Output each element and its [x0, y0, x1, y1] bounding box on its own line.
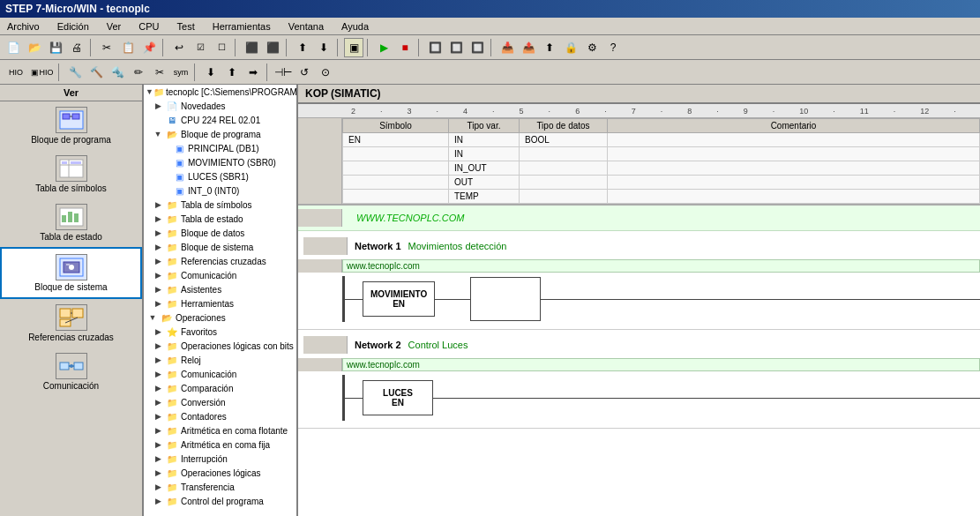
- nav-tabla-simbolos[interactable]: Tabla de símbolos: [0, 150, 142, 198]
- contact2[interactable]: ↺: [295, 63, 314, 82]
- tree-herramientas[interactable]: ▶ 📁 Herramientas: [144, 296, 296, 310]
- check-button[interactable]: ☐: [212, 38, 231, 57]
- tree-movimiento[interactable]: ▣ MOVIMIENTO (SBR0): [144, 155, 296, 169]
- tool3[interactable]: 🔩: [108, 63, 127, 82]
- menu-herramientas[interactable]: Herramientas: [209, 20, 274, 33]
- nav-referencias[interactable]: Referencias cruzadas: [0, 299, 142, 348]
- svg-rect-11: [68, 212, 72, 222]
- menu-ventana[interactable]: Ventana: [285, 20, 327, 33]
- comm-button[interactable]: 🔲: [425, 38, 445, 57]
- tool2[interactable]: 🔨: [86, 63, 106, 82]
- tree-bloque-programa[interactable]: ▼ 📂 Bloque de programa: [144, 127, 296, 141]
- nav-label-programa: Bloque de programa: [31, 135, 111, 145]
- contact3[interactable]: ⊙: [316, 63, 335, 82]
- redo-button[interactable]: ☑: [191, 38, 210, 57]
- kop-title: KOP (SIMATIC): [298, 85, 980, 104]
- tool6[interactable]: sym: [171, 63, 191, 82]
- nav3[interactable]: ➡: [243, 63, 263, 82]
- tree-arit-fija[interactable]: ▶ 📁 Aritmética en coma fija: [144, 437, 296, 452]
- tree-principal[interactable]: ▣ PRINCIPAL (DB1): [144, 141, 296, 155]
- menu-archivo[interactable]: Archivo: [4, 20, 43, 33]
- align-right[interactable]: ⬛: [263, 38, 282, 57]
- nav-bloque-sistema[interactable]: Bloque de sistema: [0, 247, 142, 299]
- menu-ver[interactable]: Ver: [103, 20, 125, 33]
- tree-transferencia[interactable]: ▶ 📁 Transferencia: [144, 480, 296, 494]
- menu-ayuda[interactable]: Ayuda: [338, 20, 372, 33]
- lock-button[interactable]: 🔒: [561, 38, 580, 57]
- tree-tabla-estado[interactable]: ▶ 📁 Tabla de estado: [144, 212, 296, 226]
- tree-luces[interactable]: ▣ LUCES (SBR1): [144, 169, 296, 183]
- contact1[interactable]: ⊣⊢: [273, 63, 293, 82]
- nav-bloque-programa[interactable]: Bloque de programa: [0, 101, 142, 150]
- nav2[interactable]: ⬆: [222, 63, 242, 82]
- tree-operaciones[interactable]: ▼ 📂 Operaciones: [144, 310, 296, 325]
- paste-button[interactable]: 📌: [139, 38, 159, 57]
- save-button[interactable]: 💾: [46, 38, 65, 57]
- tool5[interactable]: ✂: [150, 63, 169, 82]
- menu-edicion[interactable]: Edición: [54, 20, 93, 33]
- nav-tabla-estado[interactable]: Tabla de estado: [0, 198, 142, 247]
- var-simbolo-0: EN: [343, 133, 449, 147]
- sep4: [286, 39, 289, 56]
- col-simbolo: Símbolo: [343, 119, 449, 133]
- copy-button[interactable]: 📋: [118, 38, 138, 57]
- tree-tabla-simbolos[interactable]: ▶ 📁 Tabla de símbolos: [144, 198, 296, 212]
- cut-button[interactable]: ✂: [97, 38, 116, 57]
- tree-bloque-sistema[interactable]: ▶ 📁 Bloque de sistema: [144, 240, 296, 254]
- tree-contadores[interactable]: ▶ 📁 Contadores: [144, 409, 296, 423]
- menu-cpu[interactable]: CPU: [135, 20, 162, 33]
- tree-cpu[interactable]: 🖥 CPU 224 REL 02.01: [144, 113, 296, 127]
- write-button[interactable]: 📤: [519, 38, 538, 57]
- sep1: [90, 39, 94, 56]
- mode-btn1[interactable]: HIO: [4, 63, 28, 82]
- align-left[interactable]: ⬛: [242, 38, 261, 57]
- tree-reloj[interactable]: ▶ 📁 Reloj: [144, 353, 296, 367]
- upload-button[interactable]: ⬆: [540, 38, 559, 57]
- sep3: [235, 39, 238, 56]
- nav-comunicacion[interactable]: Comunicación: [0, 348, 142, 396]
- network-down[interactable]: ⬇: [314, 38, 333, 57]
- tree-novedades[interactable]: ▶ 📄 Novedades: [144, 99, 296, 113]
- var-tipo-0: IN: [449, 133, 520, 147]
- tree-favoritos[interactable]: ▶ ⭐ Favoritos: [144, 325, 296, 339]
- tree-arit-flotante[interactable]: ▶ 📁 Aritmética en coma flotante: [144, 423, 296, 437]
- tree-referencias[interactable]: ▶ 📁 Referencias cruzadas: [144, 254, 296, 268]
- tree-op-logicas[interactable]: ▶ 📁 Operaciones lógicas: [144, 466, 296, 480]
- tree-conversion[interactable]: ▶ 📁 Conversión: [144, 395, 296, 409]
- menu-test[interactable]: Test: [174, 20, 198, 33]
- tool1[interactable]: 🔧: [65, 63, 85, 82]
- new-button[interactable]: 📄: [4, 38, 23, 57]
- open-button[interactable]: 📂: [25, 38, 44, 57]
- var-tipo-4: TEMP: [449, 190, 520, 204]
- tree-comparacion[interactable]: ▶ 📁 Comparación: [144, 381, 296, 395]
- compile-button[interactable]: ▣: [344, 38, 363, 57]
- run-button[interactable]: ▶: [374, 38, 393, 57]
- monitor-button[interactable]: 🔲: [446, 38, 466, 57]
- force-button[interactable]: 🔲: [468, 38, 487, 57]
- tree-op-logicas-bits[interactable]: ▶ 📁 Operaciones lógicas con bits: [144, 339, 296, 353]
- print-button[interactable]: 🖨: [67, 38, 86, 57]
- left-nav-panel: Ver Bloque de programa: [0, 85, 144, 516]
- stop-button[interactable]: ■: [395, 38, 415, 57]
- network-up[interactable]: ⬆: [293, 38, 312, 57]
- tree-asistentes[interactable]: ▶ 📁 Asistentes: [144, 282, 296, 296]
- nav1[interactable]: ⬇: [201, 63, 221, 82]
- nav-icon-referencias: [56, 304, 87, 331]
- tree-control-programa[interactable]: ▶ 📁 Control del programa: [144, 494, 296, 508]
- help-button[interactable]: ?: [603, 38, 623, 57]
- variable-table: Símbolo Tipo var. Tipo de datos Comentar…: [342, 118, 980, 204]
- nav-label-estado: Tabla de estado: [40, 232, 102, 242]
- settings-button[interactable]: ⚙: [582, 38, 602, 57]
- read-button[interactable]: 📥: [497, 38, 517, 57]
- tree-root[interactable]: ▼ 📁 tecnoplc [C:\Siemens\PROGRAM: [144, 85, 296, 99]
- var-tipo-2: IN_OUT: [449, 161, 520, 176]
- tool4[interactable]: ✏: [129, 63, 148, 82]
- undo-button[interactable]: ↩: [169, 38, 189, 57]
- tree-interrupcion[interactable]: ▶ 📁 Interrupción: [144, 452, 296, 466]
- mode-btn2[interactable]: ▣HIO: [30, 63, 55, 82]
- tree-comunicacion2[interactable]: ▶ 📁 Comunicación: [144, 367, 296, 381]
- tree-comunicacion[interactable]: ▶ 📁 Comunicación: [144, 268, 296, 282]
- network-2-header: Network 2 Control Luces: [298, 333, 980, 356]
- tree-int0[interactable]: ▣ INT_0 (INT0): [144, 183, 296, 198]
- tree-bloque-datos[interactable]: ▶ 📁 Bloque de datos: [144, 226, 296, 240]
